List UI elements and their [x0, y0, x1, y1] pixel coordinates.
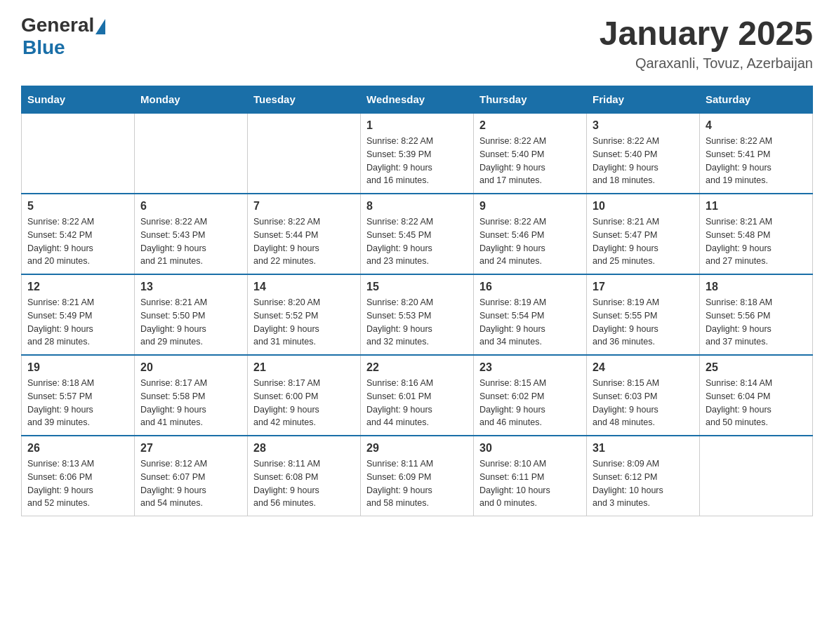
- weekday-header-tuesday: Tuesday: [248, 86, 361, 114]
- calendar-cell: 1Sunrise: 8:22 AM Sunset: 5:39 PM Daylig…: [361, 113, 474, 194]
- day-info: Sunrise: 8:13 AM Sunset: 6:06 PM Dayligh…: [27, 457, 128, 510]
- calendar-cell: 28Sunrise: 8:11 AM Sunset: 6:08 PM Dayli…: [248, 436, 361, 516]
- day-info: Sunrise: 8:16 AM Sunset: 6:01 PM Dayligh…: [366, 377, 468, 429]
- day-number: 7: [253, 200, 355, 213]
- calendar-cell: 17Sunrise: 8:19 AM Sunset: 5:55 PM Dayli…: [587, 274, 700, 355]
- calendar-cell: [700, 436, 813, 516]
- page-header: General Blue January 2025 Qaraxanli, Tov…: [21, 14, 813, 72]
- calendar-cell: 24Sunrise: 8:15 AM Sunset: 6:03 PM Dayli…: [587, 355, 700, 436]
- calendar-week-row: 1Sunrise: 8:22 AM Sunset: 5:39 PM Daylig…: [22, 113, 813, 194]
- day-info: Sunrise: 8:19 AM Sunset: 5:54 PM Dayligh…: [479, 296, 581, 349]
- calendar-cell: 26Sunrise: 8:13 AM Sunset: 6:06 PM Dayli…: [22, 436, 135, 516]
- day-number: 15: [366, 281, 468, 293]
- calendar-week-row: 5Sunrise: 8:22 AM Sunset: 5:42 PM Daylig…: [22, 194, 813, 274]
- day-info: Sunrise: 8:20 AM Sunset: 5:53 PM Dayligh…: [366, 296, 468, 349]
- day-number: 11: [706, 200, 807, 213]
- calendar-cell: 25Sunrise: 8:14 AM Sunset: 6:04 PM Dayli…: [700, 355, 813, 436]
- day-number: 17: [593, 281, 694, 293]
- day-number: 3: [593, 119, 694, 132]
- calendar-week-row: 12Sunrise: 8:21 AM Sunset: 5:49 PM Dayli…: [22, 274, 813, 355]
- day-info: Sunrise: 8:17 AM Sunset: 5:58 PM Dayligh…: [140, 377, 241, 429]
- day-number: 28: [253, 442, 355, 455]
- day-number: 23: [479, 361, 581, 374]
- day-number: 5: [27, 200, 128, 213]
- calendar-cell: 18Sunrise: 8:18 AM Sunset: 5:56 PM Dayli…: [700, 274, 813, 355]
- day-number: 4: [706, 119, 807, 132]
- day-info: Sunrise: 8:22 AM Sunset: 5:41 PM Dayligh…: [706, 135, 807, 187]
- weekday-header-sunday: Sunday: [22, 86, 135, 114]
- day-number: 30: [479, 442, 581, 455]
- title-area: January 2025 Qaraxanli, Tovuz, Azerbaija…: [600, 14, 813, 72]
- day-number: 21: [253, 361, 355, 374]
- calendar-cell: 23Sunrise: 8:15 AM Sunset: 6:02 PM Dayli…: [474, 355, 587, 436]
- calendar-cell: 8Sunrise: 8:22 AM Sunset: 5:45 PM Daylig…: [361, 194, 474, 274]
- location: Qaraxanli, Tovuz, Azerbaijan: [600, 55, 813, 72]
- day-number: 9: [479, 200, 581, 213]
- calendar-cell: [248, 113, 361, 194]
- day-number: 10: [593, 200, 694, 213]
- calendar-cell: 20Sunrise: 8:17 AM Sunset: 5:58 PM Dayli…: [135, 355, 248, 436]
- weekday-header-monday: Monday: [135, 86, 248, 114]
- day-number: 26: [27, 442, 128, 455]
- calendar-cell: 27Sunrise: 8:12 AM Sunset: 6:07 PM Dayli…: [135, 436, 248, 516]
- day-info: Sunrise: 8:10 AM Sunset: 6:11 PM Dayligh…: [479, 457, 581, 510]
- day-info: Sunrise: 8:22 AM Sunset: 5:43 PM Dayligh…: [140, 215, 241, 268]
- day-number: 29: [366, 442, 468, 455]
- calendar-cell: [135, 113, 248, 194]
- day-info: Sunrise: 8:12 AM Sunset: 6:07 PM Dayligh…: [140, 457, 241, 510]
- calendar-cell: 30Sunrise: 8:10 AM Sunset: 6:11 PM Dayli…: [474, 436, 587, 516]
- calendar-cell: 9Sunrise: 8:22 AM Sunset: 5:46 PM Daylig…: [474, 194, 587, 274]
- logo-blue-text: Blue: [22, 36, 65, 59]
- logo-triangle-icon: [95, 19, 105, 34]
- day-info: Sunrise: 8:15 AM Sunset: 6:03 PM Dayligh…: [593, 377, 694, 429]
- day-info: Sunrise: 8:22 AM Sunset: 5:42 PM Dayligh…: [27, 215, 128, 268]
- day-info: Sunrise: 8:11 AM Sunset: 6:08 PM Dayligh…: [253, 457, 355, 510]
- calendar-cell: 4Sunrise: 8:22 AM Sunset: 5:41 PM Daylig…: [700, 113, 813, 194]
- day-info: Sunrise: 8:22 AM Sunset: 5:46 PM Dayligh…: [479, 215, 581, 268]
- day-info: Sunrise: 8:21 AM Sunset: 5:50 PM Dayligh…: [140, 296, 241, 349]
- calendar-cell: 14Sunrise: 8:20 AM Sunset: 5:52 PM Dayli…: [248, 274, 361, 355]
- day-info: Sunrise: 8:22 AM Sunset: 5:40 PM Dayligh…: [479, 135, 581, 187]
- day-number: 20: [140, 361, 241, 374]
- day-number: 22: [366, 361, 468, 374]
- day-info: Sunrise: 8:22 AM Sunset: 5:45 PM Dayligh…: [366, 215, 468, 268]
- calendar-cell: 22Sunrise: 8:16 AM Sunset: 6:01 PM Dayli…: [361, 355, 474, 436]
- day-number: 18: [706, 281, 807, 293]
- calendar-cell: 13Sunrise: 8:21 AM Sunset: 5:50 PM Dayli…: [135, 274, 248, 355]
- weekday-header-wednesday: Wednesday: [361, 86, 474, 114]
- logo-general-text: General: [21, 14, 94, 36]
- day-info: Sunrise: 8:22 AM Sunset: 5:39 PM Dayligh…: [366, 135, 468, 187]
- day-info: Sunrise: 8:21 AM Sunset: 5:47 PM Dayligh…: [593, 215, 694, 268]
- calendar-cell: 5Sunrise: 8:22 AM Sunset: 5:42 PM Daylig…: [22, 194, 135, 274]
- calendar-cell: 29Sunrise: 8:11 AM Sunset: 6:09 PM Dayli…: [361, 436, 474, 516]
- weekday-header-saturday: Saturday: [700, 86, 813, 114]
- weekday-header-row: SundayMondayTuesdayWednesdayThursdayFrid…: [22, 86, 813, 114]
- day-info: Sunrise: 8:15 AM Sunset: 6:02 PM Dayligh…: [479, 377, 581, 429]
- day-info: Sunrise: 8:11 AM Sunset: 6:09 PM Dayligh…: [366, 457, 468, 510]
- day-info: Sunrise: 8:14 AM Sunset: 6:04 PM Dayligh…: [706, 377, 807, 429]
- day-number: 14: [253, 281, 355, 293]
- calendar-cell: 16Sunrise: 8:19 AM Sunset: 5:54 PM Dayli…: [474, 274, 587, 355]
- calendar-cell: 6Sunrise: 8:22 AM Sunset: 5:43 PM Daylig…: [135, 194, 248, 274]
- calendar-cell: 31Sunrise: 8:09 AM Sunset: 6:12 PM Dayli…: [587, 436, 700, 516]
- logo: General Blue: [21, 14, 105, 59]
- calendar-cell: 2Sunrise: 8:22 AM Sunset: 5:40 PM Daylig…: [474, 113, 587, 194]
- day-info: Sunrise: 8:22 AM Sunset: 5:40 PM Dayligh…: [593, 135, 694, 187]
- day-number: 31: [593, 442, 694, 455]
- weekday-header-thursday: Thursday: [474, 86, 587, 114]
- day-info: Sunrise: 8:18 AM Sunset: 5:56 PM Dayligh…: [706, 296, 807, 349]
- day-info: Sunrise: 8:18 AM Sunset: 5:57 PM Dayligh…: [27, 377, 128, 429]
- calendar-cell: 10Sunrise: 8:21 AM Sunset: 5:47 PM Dayli…: [587, 194, 700, 274]
- day-number: 13: [140, 281, 241, 293]
- calendar-cell: 11Sunrise: 8:21 AM Sunset: 5:48 PM Dayli…: [700, 194, 813, 274]
- calendar-cell: 15Sunrise: 8:20 AM Sunset: 5:53 PM Dayli…: [361, 274, 474, 355]
- calendar-cell: 19Sunrise: 8:18 AM Sunset: 5:57 PM Dayli…: [22, 355, 135, 436]
- day-info: Sunrise: 8:21 AM Sunset: 5:49 PM Dayligh…: [27, 296, 128, 349]
- calendar-cell: [22, 113, 135, 194]
- day-number: 6: [140, 200, 241, 213]
- calendar-cell: 12Sunrise: 8:21 AM Sunset: 5:49 PM Dayli…: [22, 274, 135, 355]
- calendar-week-row: 26Sunrise: 8:13 AM Sunset: 6:06 PM Dayli…: [22, 436, 813, 516]
- day-number: 27: [140, 442, 241, 455]
- calendar-cell: 7Sunrise: 8:22 AM Sunset: 5:44 PM Daylig…: [248, 194, 361, 274]
- calendar-cell: 3Sunrise: 8:22 AM Sunset: 5:40 PM Daylig…: [587, 113, 700, 194]
